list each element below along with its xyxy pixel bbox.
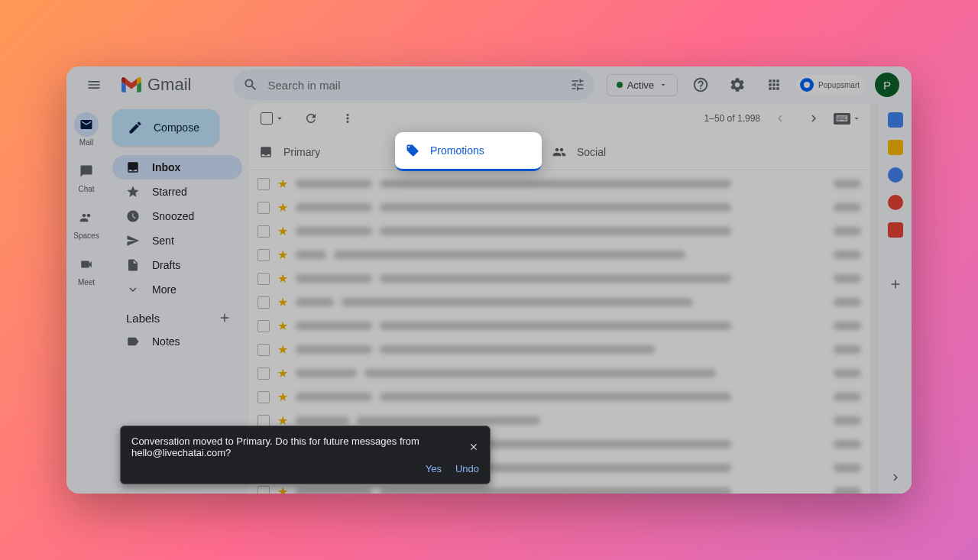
chevron-down-icon xyxy=(852,114,861,123)
nav-snoozed[interactable]: Snoozed xyxy=(112,204,242,228)
rail-mail[interactable]: Mail xyxy=(66,109,106,150)
checkbox-icon[interactable] xyxy=(257,225,270,238)
star-icon[interactable]: ★ xyxy=(277,366,288,380)
star-icon xyxy=(126,185,140,199)
labels-header: Labels xyxy=(112,302,242,329)
chevron-right-icon[interactable] xyxy=(889,471,902,484)
email-row[interactable]: ★ xyxy=(248,172,870,196)
chevron-right-icon xyxy=(807,112,821,125)
checkbox-icon[interactable] xyxy=(257,296,270,309)
toolbar: 1–50 of 1,998 ⌨ xyxy=(248,103,870,134)
nav-more[interactable]: More xyxy=(112,277,242,302)
label-notes[interactable]: Notes xyxy=(112,329,242,354)
apps-button[interactable] xyxy=(760,71,788,99)
nav-sent[interactable]: Sent xyxy=(112,228,242,253)
checkbox-icon[interactable] xyxy=(257,391,270,403)
label-icon xyxy=(126,335,140,348)
keep-icon[interactable] xyxy=(888,140,903,155)
plus-icon[interactable] xyxy=(218,311,232,325)
tab-social[interactable]: Social xyxy=(542,134,688,170)
star-icon[interactable]: ★ xyxy=(277,271,288,286)
input-tools-button[interactable]: ⌨ xyxy=(834,105,861,132)
checkbox-icon[interactable] xyxy=(257,178,270,190)
star-icon[interactable]: ★ xyxy=(277,484,288,494)
tag-icon xyxy=(406,144,419,157)
checkbox-icon[interactable] xyxy=(257,202,270,214)
email-row[interactable]: ★ xyxy=(248,290,870,314)
help-icon xyxy=(692,76,709,93)
tab-primary[interactable]: Primary xyxy=(248,134,395,170)
active-dot-icon xyxy=(617,82,623,88)
checkbox-icon[interactable] xyxy=(257,486,270,494)
checkbox-icon[interactable] xyxy=(257,367,270,380)
addon-icon[interactable] xyxy=(888,222,903,238)
search-box[interactable] xyxy=(234,70,594,100)
search-input[interactable] xyxy=(267,79,560,92)
rail-meet-label: Meet xyxy=(78,278,95,286)
support-button[interactable] xyxy=(687,71,714,99)
right-rail xyxy=(878,103,912,494)
brand-pill[interactable]: Popupsmart xyxy=(797,75,866,95)
star-icon[interactable]: ★ xyxy=(277,176,288,191)
email-row[interactable]: ★ xyxy=(248,243,870,267)
tab-promotions[interactable]: Promotions xyxy=(395,132,542,171)
nav-starred[interactable]: Starred xyxy=(112,180,242,204)
rail-meet[interactable]: Meet xyxy=(66,249,106,290)
checkbox-icon xyxy=(261,112,273,125)
checkbox-icon[interactable] xyxy=(257,273,270,285)
rail-chat[interactable]: Chat xyxy=(66,156,106,196)
pencil-icon xyxy=(128,120,143,135)
email-row[interactable]: ★ xyxy=(248,361,870,385)
avatar[interactable]: P xyxy=(875,73,899,97)
checkbox-icon[interactable] xyxy=(257,249,270,261)
toast-undo-button[interactable]: Undo xyxy=(455,463,479,474)
toast-yes-button[interactable]: Yes xyxy=(426,463,442,474)
contacts-icon[interactable] xyxy=(888,195,903,210)
search-icon xyxy=(243,77,258,92)
email-row[interactable]: ★ xyxy=(248,196,870,219)
calendar-icon[interactable] xyxy=(888,112,903,128)
star-icon[interactable]: ★ xyxy=(277,224,288,238)
gmail-icon xyxy=(121,77,141,92)
email-row[interactable]: ★ xyxy=(248,267,870,290)
gmail-logo[interactable]: Gmail xyxy=(121,75,191,95)
star-icon[interactable]: ★ xyxy=(277,319,288,333)
draft-icon xyxy=(126,258,140,272)
email-row[interactable]: ★ xyxy=(248,385,870,409)
tune-icon[interactable] xyxy=(570,77,585,92)
email-row[interactable]: ★ xyxy=(248,338,870,361)
nav-inbox[interactable]: Inbox xyxy=(112,155,242,180)
compose-button[interactable]: Compose xyxy=(112,109,219,146)
checkbox-icon[interactable] xyxy=(257,344,270,356)
close-icon[interactable] xyxy=(468,441,479,453)
nav-drafts[interactable]: Drafts xyxy=(112,253,242,277)
chevron-down-icon xyxy=(126,283,140,296)
next-page-button[interactable] xyxy=(800,105,827,132)
main-menu-button[interactable] xyxy=(79,70,109,100)
scrollbar[interactable] xyxy=(870,103,878,494)
email-row[interactable]: ★ xyxy=(248,314,870,338)
refresh-button[interactable] xyxy=(297,105,325,132)
more-button[interactable] xyxy=(334,105,361,132)
star-icon[interactable]: ★ xyxy=(277,200,288,215)
chat-icon xyxy=(74,159,99,183)
star-icon[interactable]: ★ xyxy=(277,295,288,309)
checkbox-icon[interactable] xyxy=(257,320,270,332)
tasks-icon[interactable] xyxy=(888,167,903,183)
gmail-text: Gmail xyxy=(147,75,191,95)
star-icon[interactable]: ★ xyxy=(277,390,288,404)
star-icon[interactable]: ★ xyxy=(277,248,288,262)
gear-icon xyxy=(729,76,746,93)
more-vert-icon xyxy=(341,112,355,125)
status-pill[interactable]: Active xyxy=(607,74,678,96)
rail-spaces[interactable]: Spaces xyxy=(66,202,106,243)
star-icon[interactable]: ★ xyxy=(277,342,288,357)
send-icon xyxy=(126,234,140,248)
compose-label: Compose xyxy=(154,121,199,134)
select-all[interactable] xyxy=(257,109,288,128)
settings-button[interactable] xyxy=(724,71,751,99)
prev-page-button[interactable] xyxy=(766,105,794,132)
topbar-right: Active Popupsmart P xyxy=(607,71,899,99)
email-row[interactable]: ★ xyxy=(248,219,870,243)
plus-icon[interactable] xyxy=(889,277,902,291)
